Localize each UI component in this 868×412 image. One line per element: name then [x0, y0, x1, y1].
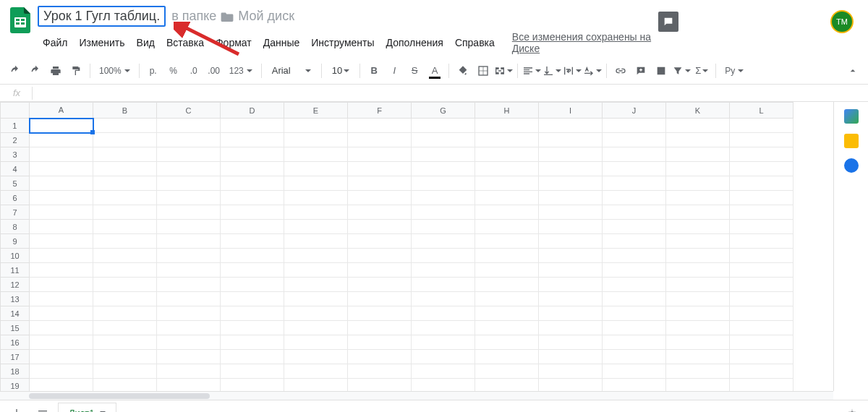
cell-C11[interactable] [157, 263, 221, 278]
cell-F17[interactable] [348, 350, 412, 364]
cell-I16[interactable] [539, 335, 603, 350]
cell-A14[interactable] [30, 306, 93, 321]
cell-H9[interactable] [475, 234, 539, 249]
bold-button[interactable]: B [365, 61, 383, 80]
share-button[interactable]: Настройки Доступа [689, 10, 820, 33]
cell-A17[interactable] [30, 350, 93, 364]
cell-L16[interactable] [730, 335, 793, 350]
menu-format[interactable]: Формат [210, 34, 257, 51]
cell-L19[interactable] [730, 379, 793, 392]
cell-H13[interactable] [475, 292, 539, 306]
cell-E9[interactable] [284, 234, 348, 249]
cell-L11[interactable] [730, 263, 793, 278]
paint-format-button[interactable] [67, 61, 85, 80]
cell-A8[interactable] [30, 220, 93, 234]
cell-L5[interactable] [730, 176, 793, 191]
horizontal-scrollbar[interactable] [0, 391, 833, 400]
cell-L14[interactable] [730, 306, 793, 321]
cell-C12[interactable] [157, 278, 221, 292]
cell-H15[interactable] [475, 321, 539, 335]
cell-G15[interactable] [412, 321, 475, 335]
cell-E4[interactable] [284, 162, 348, 176]
cell-J17[interactable] [603, 350, 666, 364]
cell-K2[interactable] [666, 133, 730, 147]
row-header-9[interactable]: 9 [1, 234, 30, 249]
cell-E2[interactable] [284, 133, 348, 147]
cell-G14[interactable] [412, 306, 475, 321]
cell-K7[interactable] [666, 205, 730, 220]
cell-L17[interactable] [730, 350, 793, 364]
row-header-12[interactable]: 12 [1, 278, 30, 292]
font-size-selector[interactable]: 10 [326, 65, 355, 76]
cell-G4[interactable] [412, 162, 475, 176]
cell-B7[interactable] [93, 205, 157, 220]
all-sheets-button[interactable] [32, 403, 54, 413]
cell-G12[interactable] [412, 278, 475, 292]
cell-J3[interactable] [603, 147, 666, 162]
cell-H3[interactable] [475, 147, 539, 162]
cell-C5[interactable] [157, 176, 221, 191]
cell-E14[interactable] [284, 306, 348, 321]
cell-I13[interactable] [539, 292, 603, 306]
row-header-10[interactable]: 10 [1, 249, 30, 263]
scrollbar-thumb[interactable] [29, 393, 210, 399]
cell-L4[interactable] [730, 162, 793, 176]
row-header-18[interactable]: 18 [1, 364, 30, 379]
cell-I15[interactable] [539, 321, 603, 335]
cell-I6[interactable] [539, 191, 603, 205]
tasks-addon-icon[interactable] [844, 158, 859, 173]
cell-J1[interactable] [603, 119, 666, 133]
cell-C3[interactable] [157, 147, 221, 162]
cell-I12[interactable] [539, 278, 603, 292]
row-header-1[interactable]: 1 [1, 119, 30, 133]
cell-G10[interactable] [412, 249, 475, 263]
cell-G8[interactable] [412, 220, 475, 234]
cell-G9[interactable] [412, 234, 475, 249]
cell-C6[interactable] [157, 191, 221, 205]
column-header-C[interactable]: C [157, 103, 221, 119]
cell-G16[interactable] [412, 335, 475, 350]
menu-file[interactable]: Файл [38, 34, 72, 51]
cell-K12[interactable] [666, 278, 730, 292]
text-wrap-button[interactable] [563, 61, 582, 80]
column-header-A[interactable]: A [30, 103, 93, 119]
cell-I11[interactable] [539, 263, 603, 278]
cell-L18[interactable] [730, 364, 793, 379]
cell-A4[interactable] [30, 162, 93, 176]
cell-I2[interactable] [539, 133, 603, 147]
document-title-input[interactable]: Урок 1 Гугл таблиц. [38, 6, 166, 27]
cell-I7[interactable] [539, 205, 603, 220]
cell-E18[interactable] [284, 364, 348, 379]
cell-A5[interactable] [30, 176, 93, 191]
cell-K13[interactable] [666, 292, 730, 306]
cell-J4[interactable] [603, 162, 666, 176]
cell-I5[interactable] [539, 176, 603, 191]
cell-F2[interactable] [348, 133, 412, 147]
cell-K15[interactable] [666, 321, 730, 335]
cell-C17[interactable] [157, 350, 221, 364]
cell-B15[interactable] [93, 321, 157, 335]
menu-tools[interactable]: Инструменты [306, 34, 379, 51]
cell-A7[interactable] [30, 205, 93, 220]
cell-K18[interactable] [666, 364, 730, 379]
cell-F6[interactable] [348, 191, 412, 205]
cell-I18[interactable] [539, 364, 603, 379]
cell-F12[interactable] [348, 278, 412, 292]
cell-K16[interactable] [666, 335, 730, 350]
cell-I10[interactable] [539, 249, 603, 263]
cell-E12[interactable] [284, 278, 348, 292]
cell-B1[interactable] [93, 119, 157, 133]
cell-H5[interactable] [475, 176, 539, 191]
cell-F5[interactable] [348, 176, 412, 191]
cell-E8[interactable] [284, 220, 348, 234]
cell-G5[interactable] [412, 176, 475, 191]
cell-A19[interactable] [30, 379, 93, 392]
account-avatar[interactable]: TM [830, 10, 854, 33]
cell-G19[interactable] [412, 379, 475, 392]
cell-H4[interactable] [475, 162, 539, 176]
cell-H14[interactable] [475, 306, 539, 321]
row-header-19[interactable]: 19 [1, 379, 30, 392]
cell-B13[interactable] [93, 292, 157, 306]
cell-H2[interactable] [475, 133, 539, 147]
cell-I19[interactable] [539, 379, 603, 392]
